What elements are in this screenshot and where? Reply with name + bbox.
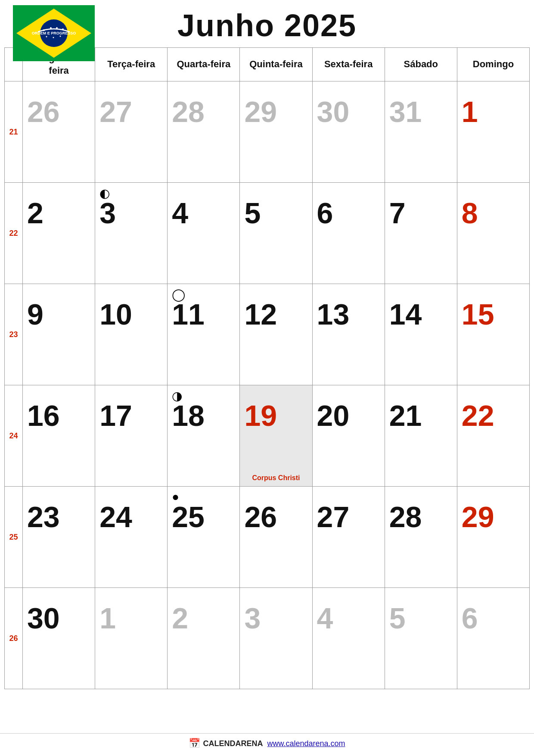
day-number: 18 — [172, 401, 235, 430]
brand-logo: 📅 CALENDARENA — [189, 738, 263, 749]
footer: 📅 CALENDARENA www.calendarena.com — [0, 733, 534, 756]
moon-icon-full-moon: ● — [172, 490, 179, 504]
day-number: 28 — [389, 502, 453, 531]
brazil-flag: ORDEM E PROGRESSO — [13, 5, 95, 61]
day-number: 9 — [27, 300, 90, 329]
calendar-cell-w0-d4: 30 — [312, 81, 385, 183]
svg-point-8 — [46, 36, 47, 37]
calendar-cell-w5-d0: 30 — [23, 588, 95, 689]
calendar-cell-w1-d1: ◐3 — [95, 183, 168, 284]
calendar-cell-w5-d4: 4 — [312, 588, 385, 689]
calendar-cell-w1-d4: 6 — [312, 183, 385, 284]
day-number: 5 — [389, 603, 453, 633]
page-title: Junho 2025 — [177, 8, 357, 43]
day-number: 5 — [244, 198, 307, 228]
day-number: 12 — [244, 300, 307, 329]
calendar-cell-w3-d3: 19Corpus Christi — [240, 385, 312, 487]
brand-name: CALENDARENA — [203, 739, 263, 748]
day-number: 2 — [172, 603, 235, 633]
svg-text:ORDEM E PROGRESSO: ORDEM E PROGRESSO — [32, 31, 76, 35]
calendar-cell-w4-d4: 27 — [312, 487, 385, 588]
calendar-cell-w4-d1: 24 — [95, 487, 168, 588]
day-number: 29 — [462, 502, 525, 531]
day-number: 7 — [389, 198, 453, 228]
calendar-cell-w0-d0: 26 — [23, 81, 95, 183]
day-number: 15 — [462, 300, 525, 329]
day-number: 22 — [462, 401, 525, 430]
calendar-cell-w1-d3: 5 — [240, 183, 312, 284]
day-number: 14 — [389, 300, 453, 329]
calendar-cell-w2-d0: 9 — [23, 284, 95, 385]
svg-point-7 — [62, 28, 64, 30]
calendar-table: Segunda-feira Terça-feira Quarta-feira Q… — [4, 47, 530, 689]
moon-icon-last-quarter: ◐ — [99, 186, 110, 200]
day-number: 26 — [27, 97, 90, 126]
day-number: 11 — [172, 300, 235, 329]
day-number: 3 — [99, 198, 163, 228]
calendar-cell-w0-d1: 27 — [95, 81, 168, 183]
calendar-cell-w0-d3: 29 — [240, 81, 312, 183]
calendar-cell-w1-d0: 2 — [23, 183, 95, 284]
calendar-cell-w2-d2: ◯11 — [168, 284, 240, 385]
day-number: 21 — [389, 401, 453, 430]
calendar-cell-w3-d4: 20 — [312, 385, 385, 487]
calendar-cell-w4-d2: ●25 — [168, 487, 240, 588]
calendar-cell-w0-d6: 1 — [457, 81, 529, 183]
day-number: 1 — [462, 97, 525, 126]
calendar-cell-w5-d3: 3 — [240, 588, 312, 689]
calendar-cell-w4-d3: 26 — [240, 487, 312, 588]
week-num-22: 22 — [5, 183, 23, 284]
calendar-cell-w4-d6: 29 — [457, 487, 529, 588]
calendar-cell-w4-d5: 28 — [385, 487, 457, 588]
day-number: 29 — [244, 97, 307, 126]
calendar-icon: 📅 — [189, 738, 200, 749]
calendar-cell-w5-d5: 5 — [385, 588, 457, 689]
moon-icon-first-quarter: ◑ — [172, 389, 182, 403]
week-num-21: 21 — [5, 81, 23, 183]
day-number: 6 — [317, 198, 380, 228]
day-number: 30 — [317, 97, 380, 126]
week-num-24: 24 — [5, 385, 23, 487]
calendar-cell-w0-d2: 28 — [168, 81, 240, 183]
week-num-26: 26 — [5, 588, 23, 689]
day-number: 27 — [99, 97, 163, 126]
footer-url[interactable]: www.calendarena.com — [267, 739, 345, 748]
week-num-25: 25 — [5, 487, 23, 588]
calendar-cell-w3-d0: 16 — [23, 385, 95, 487]
day-number: 10 — [99, 300, 163, 329]
calendar-cell-w1-d2: 4 — [168, 183, 240, 284]
calendar-cell-w2-d3: 12 — [240, 284, 312, 385]
calendar-cell-w4-d0: 23 — [23, 487, 95, 588]
calendar-header: ORDEM E PROGRESSO Junho 2025 — [0, 0, 534, 47]
week-num-23: 23 — [5, 284, 23, 385]
day-number: 4 — [172, 198, 235, 228]
day-number: 25 — [172, 502, 235, 531]
day-number: 13 — [317, 300, 380, 329]
col-header-sun: Domingo — [457, 48, 529, 81]
calendar-wrapper: Segunda-feira Terça-feira Quarta-feira Q… — [0, 47, 534, 733]
col-header-tue: Terça-feira — [95, 48, 168, 81]
svg-point-6 — [56, 27, 58, 29]
day-number: 31 — [389, 97, 453, 126]
calendar-cell-w3-d2: ◑18 — [168, 385, 240, 487]
day-number: 23 — [27, 502, 90, 531]
calendar-cell-w3-d5: 21 — [385, 385, 457, 487]
day-number: 30 — [27, 603, 90, 633]
calendar-cell-w1-d6: 8 — [457, 183, 529, 284]
calendar-cell-w3-d1: 17 — [95, 385, 168, 487]
day-number: 24 — [99, 502, 163, 531]
day-number: 4 — [317, 603, 380, 633]
calendar-cell-w2-d6: 15 — [457, 284, 529, 385]
day-number: 8 — [462, 198, 525, 228]
day-number: 26 — [244, 502, 307, 531]
day-number: 20 — [317, 401, 380, 430]
col-header-wed: Quarta-feira — [168, 48, 240, 81]
svg-point-9 — [53, 37, 54, 38]
calendar-cell-w5-d1: 1 — [95, 588, 168, 689]
day-number: 19 — [244, 401, 307, 430]
day-number: 2 — [27, 198, 90, 228]
calendar-cell-w2-d4: 13 — [312, 284, 385, 385]
col-header-fri: Sexta-feira — [312, 48, 385, 81]
calendar-cell-w1-d5: 7 — [385, 183, 457, 284]
day-number: 17 — [99, 401, 163, 430]
